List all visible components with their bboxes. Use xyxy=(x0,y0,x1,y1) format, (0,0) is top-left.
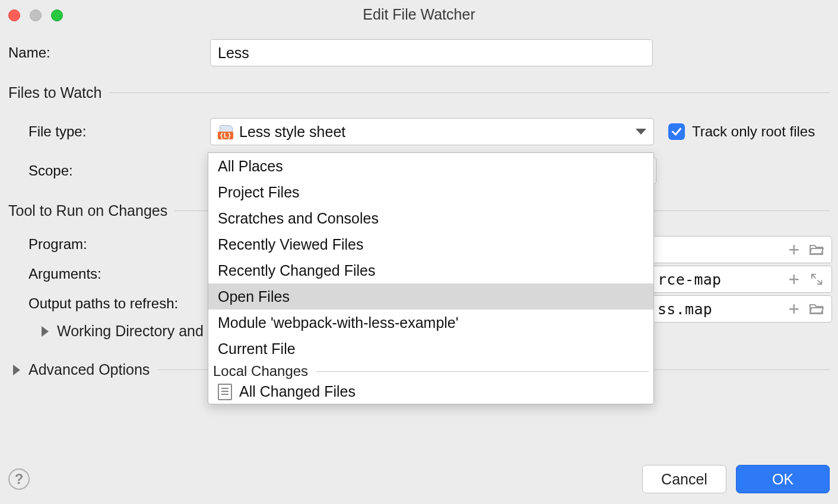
window-title: Edit File Watcher xyxy=(0,6,838,23)
scope-option-truncated[interactable]: Only changes uncommitted to VCS in all f… xyxy=(208,403,653,404)
scope-option[interactable]: Project Files xyxy=(208,179,653,205)
program-label: Program: xyxy=(8,236,210,253)
name-input[interactable]: Less xyxy=(210,39,653,66)
output-paths-input[interactable]: ss.map + xyxy=(654,295,832,323)
dialog-window: Edit File Watcher Name: Less Files to Wa… xyxy=(0,0,838,504)
folder-open-icon[interactable] xyxy=(809,243,824,256)
cancel-button[interactable]: Cancel xyxy=(642,465,726,493)
disclosure-triangle-icon[interactable] xyxy=(42,326,49,337)
divider xyxy=(109,92,830,93)
arguments-label: Arguments: xyxy=(8,266,210,282)
check-icon xyxy=(671,126,683,138)
section-advanced-options: Advanced Options xyxy=(28,361,150,378)
plus-icon[interactable]: + xyxy=(789,241,799,259)
name-input-value: Less xyxy=(218,44,249,62)
chevron-down-icon xyxy=(636,129,646,135)
scope-option[interactable]: Current File xyxy=(208,336,653,362)
plus-icon[interactable]: + xyxy=(789,270,799,288)
file-type-label: File type: xyxy=(8,123,210,140)
file-icon xyxy=(218,384,232,400)
less-file-icon xyxy=(218,125,233,138)
file-type-value: Less style sheet xyxy=(239,123,345,141)
scope-option[interactable]: Recently Changed Files xyxy=(208,257,653,283)
plus-icon[interactable]: + xyxy=(789,300,799,318)
section-tool-to-run: Tool to Run on Changes xyxy=(8,202,167,219)
ok-button[interactable]: OK xyxy=(736,465,830,493)
scope-option-label: All Changed Files xyxy=(239,383,355,400)
scope-option[interactable]: Scratches and Consoles xyxy=(208,205,653,231)
working-directory-label: Working Directory and xyxy=(57,323,204,340)
disclosure-triangle-icon[interactable] xyxy=(13,365,20,375)
folder-open-icon[interactable] xyxy=(809,302,824,315)
program-input[interactable]: + xyxy=(654,236,832,263)
scope-group-header: Local Changes xyxy=(213,363,308,379)
scope-option[interactable]: All Changed Files xyxy=(208,381,653,403)
scope-option-highlighted[interactable]: Open Files xyxy=(208,283,653,310)
scope-option[interactable]: Module 'webpack-with-less-example' xyxy=(208,310,653,336)
output-paths-visible-tail: ss.map xyxy=(658,301,712,318)
track-root-label: Track only root files xyxy=(692,123,815,140)
scope-option[interactable]: Recently Viewed Files xyxy=(208,231,653,257)
scope-label: Scope: xyxy=(8,162,210,179)
cancel-button-label: Cancel xyxy=(661,471,707,488)
section-files-to-watch: Files to Watch xyxy=(8,84,101,101)
file-type-select[interactable]: Less style sheet xyxy=(210,118,654,145)
arguments-input[interactable]: rce-map + xyxy=(654,266,832,293)
output-paths-label: Output paths to refresh: xyxy=(8,295,210,312)
scope-dropdown[interactable]: All Places Project Files Scratches and C… xyxy=(208,152,654,404)
help-button[interactable]: ? xyxy=(8,468,30,490)
ok-button-label: OK xyxy=(772,471,793,488)
expand-icon[interactable] xyxy=(809,273,824,286)
name-label: Name: xyxy=(8,44,210,61)
track-root-checkbox[interactable] xyxy=(668,123,685,140)
scope-option[interactable]: All Places xyxy=(208,153,653,179)
arguments-visible-tail: rce-map xyxy=(658,271,721,288)
divider xyxy=(316,371,649,372)
